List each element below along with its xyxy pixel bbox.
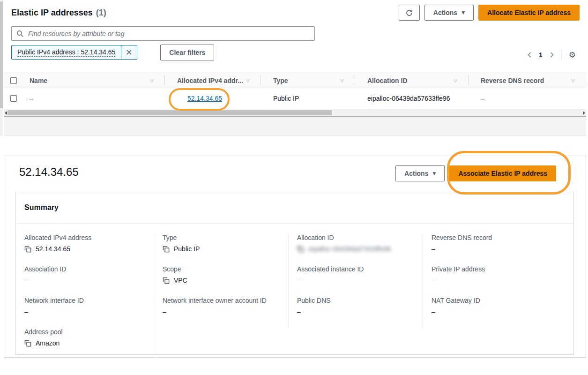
table-row[interactable]: – 52.14.34.65 Public IP eipalloc-06439da… <box>4 88 586 109</box>
field-scope: Scope VPC <box>163 265 284 285</box>
chevron-down-icon: ▼ <box>432 172 436 176</box>
previous-page-button[interactable] <box>527 52 532 58</box>
sort-icon[interactable]: ▽ <box>340 78 344 83</box>
table-header-row: Name ▽ Allocated IPv4 addr... ▽ Type ▽ A… <box>4 73 586 88</box>
column-header-name[interactable]: Name ▽ <box>26 73 165 88</box>
current-page-number[interactable]: 1 <box>539 51 543 59</box>
column-header-name-label: Name <box>30 77 47 84</box>
field-allocation-id: Allocation ID eipalloc-06439da57633ffe96 <box>297 234 419 253</box>
column-header-reverse-dns-label: Reverse DNS record <box>481 77 544 84</box>
actions-button[interactable]: Actions ▼ <box>424 5 474 21</box>
field-network-interface-owner: Network interface owner account ID – <box>163 297 284 316</box>
field-value: 52.14.34.65 <box>36 245 70 253</box>
sort-icon[interactable]: ▽ <box>246 78 250 83</box>
copy-icon[interactable] <box>297 246 304 253</box>
search-icon <box>16 30 24 38</box>
search-input[interactable]: Find resources by attribute or tag <box>11 26 315 41</box>
row-checkbox[interactable] <box>10 95 17 102</box>
field-address-pool: Address pool Amazon <box>24 328 150 347</box>
elastic-ip-detail-panel: 52.14.34.65 Actions ▼ Associate Elastic … <box>4 156 586 358</box>
sort-icon[interactable]: ▽ <box>571 78 575 83</box>
field-private-ip: Private IP address – <box>432 265 570 285</box>
next-page-button[interactable] <box>550 52 554 58</box>
associate-elastic-ip-label: Associate Elastic IP address <box>458 170 547 177</box>
summary-column-1: Allocated IPv4 address 52.14.34.65 Assoc… <box>16 234 154 360</box>
page-title-text: Elastic IP addresses <box>11 8 93 18</box>
field-label: Scope <box>163 265 284 273</box>
field-label: Network interface owner account ID <box>163 297 284 304</box>
field-network-interface-id: Network interface ID – <box>24 297 150 316</box>
row-checkbox-cell <box>4 88 26 109</box>
field-value: – <box>24 308 28 315</box>
field-value: Public IP <box>174 245 200 253</box>
page-title: Elastic IP addresses (1) <box>11 8 106 18</box>
summary-column-3: Allocation ID eipalloc-06439da57633ffe96… <box>289 234 423 328</box>
field-value: VPC <box>174 277 187 284</box>
blurred-value: eipalloc-06439da57633ffe96 <box>297 245 419 253</box>
field-reverse-dns: Reverse DNS record – <box>432 234 570 253</box>
field-label: Private IP address <box>432 265 570 273</box>
sort-icon[interactable]: ▽ <box>150 78 154 83</box>
field-label: Allocated IPv4 address <box>24 234 150 241</box>
detail-actions-button[interactable]: Actions ▼ <box>395 165 445 181</box>
column-header-allocation-id-label: Allocation ID <box>367 77 408 84</box>
field-value: eipalloc-06439da57633ffe96 <box>308 245 391 253</box>
elastic-ip-list-panel: Elastic IP addresses (1) Actions ▼ <box>4 0 586 135</box>
field-nat-gateway-id: NAT Gateway ID – <box>432 297 570 316</box>
copy-icon[interactable] <box>163 277 170 284</box>
column-header-type-label: Type <box>273 77 288 84</box>
copy-icon[interactable] <box>24 340 31 347</box>
copy-icon[interactable] <box>24 246 31 253</box>
filter-token-label: Public IPv4 address : 52.14.34.65 <box>12 45 121 59</box>
copy-icon[interactable] <box>163 246 170 253</box>
field-label: Address pool <box>24 328 150 336</box>
clear-filters-label: Clear filters <box>169 49 205 56</box>
list-header: Elastic IP addresses (1) Actions ▼ <box>11 4 580 21</box>
close-icon <box>126 49 132 55</box>
field-label: NAT Gateway ID <box>432 297 570 304</box>
column-header-type[interactable]: Type ▽ <box>261 73 355 88</box>
filter-row: Public IPv4 address : 52.14.34.65 Clear … <box>11 45 214 60</box>
field-type: Type Public IP <box>163 234 284 253</box>
column-header-allocation-id[interactable]: Allocation ID ▽ <box>355 73 469 88</box>
detail-header-actions: Actions ▼ Associate Elastic IP address <box>395 165 556 181</box>
horizontal-scrollbar-thumb[interactable] <box>7 110 332 115</box>
associate-elastic-ip-button[interactable]: Associate Elastic IP address <box>449 165 556 181</box>
settings-gear-icon[interactable]: ⚙ <box>569 51 576 59</box>
field-associated-instance-id: Associated instance ID – <box>297 265 419 285</box>
field-public-dns: Public DNS – <box>297 297 419 316</box>
field-value: – <box>163 308 166 315</box>
row-allocation-id-cell: eipalloc-06439da57633ffe96 <box>355 88 469 109</box>
field-value: – <box>24 277 28 284</box>
field-value: Amazon <box>36 339 60 347</box>
field-value: – <box>432 277 435 284</box>
field-label: Reverse DNS record <box>432 234 570 241</box>
clear-filters-button[interactable]: Clear filters <box>160 45 214 60</box>
horizontal-scrollbar[interactable] <box>4 109 586 116</box>
row-reverse-dns-cell: – <box>469 88 586 109</box>
row-name-value: – <box>30 95 33 102</box>
filter-token[interactable]: Public IPv4 address : 52.14.34.65 <box>11 45 137 60</box>
elastic-ip-link[interactable]: 52.14.34.65 <box>187 95 222 102</box>
row-name-cell: – <box>26 88 165 109</box>
refresh-button[interactable] <box>399 5 420 21</box>
scroll-right-arrow[interactable] <box>583 111 585 115</box>
vertical-scrollbar-thumb[interactable] <box>0 1 3 108</box>
sort-icon[interactable]: ▽ <box>454 78 457 83</box>
summary-column-4: Reverse DNS record – Private IP address … <box>423 234 573 328</box>
pagination-divider <box>561 49 562 61</box>
column-header-allocated-ipv4[interactable]: Allocated IPv4 addr... ▽ <box>165 73 261 88</box>
vertical-scrollbar[interactable] <box>0 0 3 136</box>
remove-filter-button[interactable] <box>121 45 137 59</box>
row-allocation-id-value: eipalloc-06439da57633ffe96 <box>367 95 450 102</box>
field-value: – <box>432 308 435 315</box>
elastic-ip-table: Name ▽ Allocated IPv4 addr... ▽ Type ▽ A… <box>4 73 586 135</box>
search-placeholder: Find resources by attribute or tag <box>28 30 124 38</box>
column-header-reverse-dns[interactable]: Reverse DNS record ▽ <box>469 73 586 88</box>
select-all-checkbox[interactable] <box>10 77 17 84</box>
summary-column-2: Type Public IP Scope <box>154 234 289 328</box>
scroll-left-arrow[interactable] <box>5 111 7 115</box>
allocate-elastic-ip-button[interactable]: Allocate Elastic IP address <box>478 5 580 21</box>
row-allocated-ipv4-cell: 52.14.34.65 <box>165 88 261 109</box>
field-label: Public DNS <box>297 297 419 304</box>
